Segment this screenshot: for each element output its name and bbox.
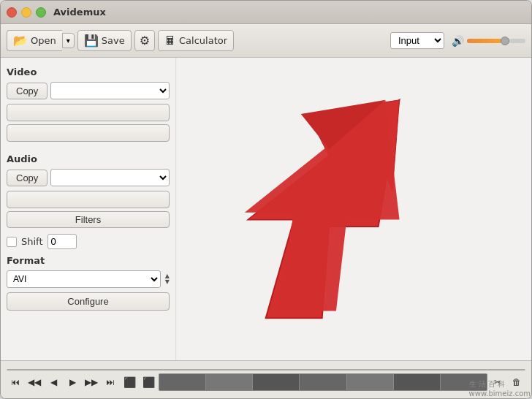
red-arrow-graphic [248, 100, 400, 318]
audio-codec-row: Copy [7, 169, 170, 186]
svg-marker-3 [301, 100, 386, 149]
mark-out-button[interactable]: ⬛ [140, 373, 157, 391]
main-window: Avidemux 📂 Open ▾ 💾 Save ⚙ 🖩 Calculator [0, 0, 532, 399]
main-content: Video Copy Audio Copy [1, 58, 531, 360]
format-spinbox-arrows: ▲ ▼ [165, 273, 170, 285]
save-label: Save [102, 35, 125, 46]
open-label: Open [31, 35, 56, 46]
save-button[interactable]: 💾 Save [77, 30, 132, 51]
maximize-button[interactable] [36, 7, 46, 18]
shift-row: Shift [7, 234, 170, 249]
timeline-progress[interactable] [7, 369, 525, 370]
calculator-icon: 🖩 [164, 34, 176, 48]
format-row: AVI MKV MP4 MOV ▲ ▼ [7, 270, 170, 288]
calculator-label: Calculator [179, 35, 227, 46]
shift-input[interactable] [48, 234, 77, 249]
filters-label: Filters [75, 214, 101, 225]
volume-slider[interactable] [467, 39, 525, 43]
folder-icon: 📂 [13, 34, 28, 48]
gear-icon: ⚙ [140, 34, 150, 48]
save-icon: 💾 [84, 34, 99, 48]
minimize-button[interactable] [21, 7, 31, 18]
open-button[interactable]: 📂 Open [7, 30, 62, 51]
timeline-thumbnails [159, 373, 487, 391]
audio-param1-button[interactable] [7, 191, 170, 208]
video-param2-button[interactable] [7, 124, 170, 142]
input-select[interactable]: Input Output [390, 32, 444, 49]
shift-checkbox[interactable] [7, 237, 17, 247]
audio-section-label: Audio [7, 153, 170, 164]
format-section-label: Format [7, 255, 170, 266]
window-controls [7, 7, 46, 18]
video-section-label: Video [7, 66, 170, 77]
shift-label: Shift [21, 236, 43, 247]
format-select[interactable]: AVI MKV MP4 MOV [7, 270, 161, 288]
volume-icon: 🔊 [452, 35, 464, 47]
audio-copy-button[interactable]: Copy [7, 170, 48, 186]
chevron-down-icon: ▾ [66, 37, 70, 45]
format-down-arrow[interactable]: ▼ [165, 279, 170, 285]
cursor-arrow [245, 100, 400, 311]
window-title: Avidemux [53, 7, 106, 18]
input-select-container: Input Output [390, 32, 444, 49]
titlebar: Avidemux [1, 1, 531, 24]
volume-thumb [501, 37, 509, 45]
open-button-group: 📂 Open ▾ [7, 30, 75, 51]
workspace [176, 58, 531, 360]
mark-in-button[interactable]: ⬛ [121, 373, 138, 391]
arrow-overlay [176, 58, 531, 360]
next-frame-button[interactable]: ▶▶ [83, 373, 100, 391]
svg-marker-1 [248, 100, 400, 220]
open-dropdown-arrow[interactable]: ▾ [62, 33, 75, 48]
volume-fill [467, 39, 502, 43]
video-codec-row: Copy [7, 82, 170, 99]
sidebar: Video Copy Audio Copy [1, 58, 176, 360]
svg-marker-0 [248, 100, 400, 318]
video-codec-select[interactable] [50, 82, 170, 99]
go-to-end-button[interactable]: ⏭ [102, 373, 119, 391]
prev-frame-button[interactable]: ◀ [45, 373, 62, 391]
audio-codec-select[interactable] [50, 169, 170, 186]
go-to-start-button[interactable]: ⏮ [7, 373, 24, 391]
video-param1-button[interactable] [7, 104, 170, 121]
filters-button[interactable]: Filters [7, 211, 170, 228]
close-button[interactable] [7, 7, 17, 18]
settings-button[interactable]: ⚙ [134, 30, 155, 51]
toolbar: 📂 Open ▾ 💾 Save ⚙ 🖩 Calculator Input Out… [1, 24, 531, 58]
configure-button[interactable]: Configure [7, 292, 170, 311]
bottom-bar: ⏮ ◀◀ ◀ ▶ ▶▶ ⏭ ⬛ ⬛ ✂ 🗑 [1, 360, 531, 398]
prev-key-button[interactable]: ◀◀ [26, 373, 43, 391]
svg-marker-2 [245, 100, 400, 311]
calculator-button[interactable]: 🖩 Calculator [158, 30, 234, 51]
cut-button[interactable]: ✂ [489, 373, 506, 391]
video-copy-button[interactable]: Copy [7, 83, 48, 99]
play-button[interactable]: ▶ [64, 373, 81, 391]
delete-button[interactable]: 🗑 [508, 373, 525, 391]
